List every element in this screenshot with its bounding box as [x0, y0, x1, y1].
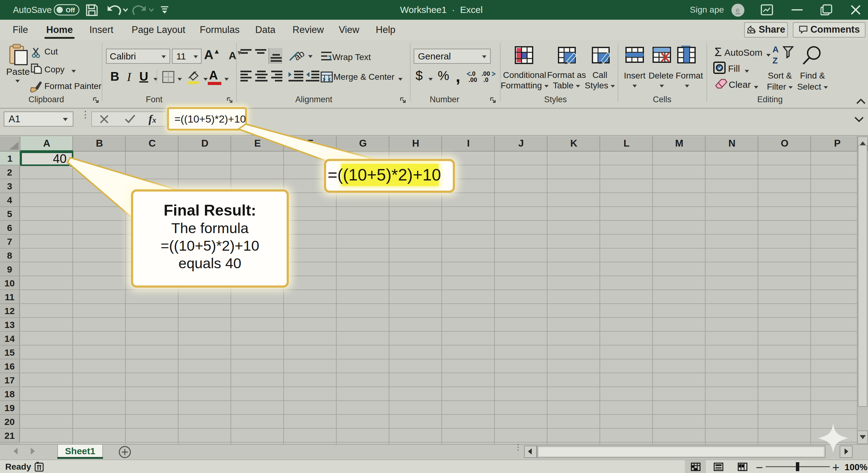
svg-text:Off: Off [66, 6, 75, 13]
svg-text:e: e [736, 6, 740, 14]
svg-text:.0: .0 [470, 70, 475, 77]
svg-text:A: A [772, 45, 779, 54]
svg-text:.00: .00 [482, 70, 490, 77]
svg-text:.00: .00 [468, 76, 477, 83]
svg-text:.0: .0 [483, 76, 489, 83]
svg-text:Z: Z [772, 56, 778, 65]
svg-text:ab: ab [292, 48, 305, 62]
